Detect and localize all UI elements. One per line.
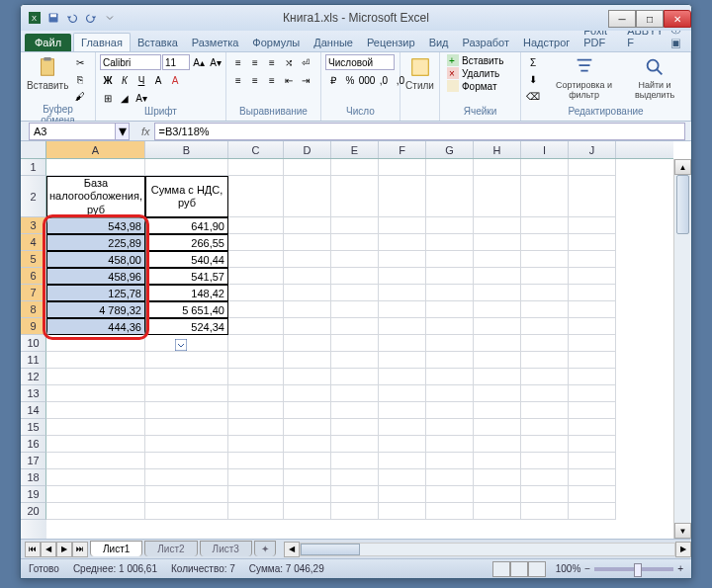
cell-J19[interactable]: [569, 486, 616, 503]
cell-H17[interactable]: [474, 453, 521, 469]
cell-J1[interactable]: [569, 159, 616, 176]
cell-F4[interactable]: [379, 234, 426, 251]
cell-G8[interactable]: [426, 301, 474, 318]
sheet-next-button[interactable]: ▶: [56, 542, 72, 557]
cell-D13[interactable]: [284, 385, 331, 402]
close-button[interactable]: ✕: [664, 10, 691, 28]
hscroll-left[interactable]: ◀: [284, 542, 300, 557]
cell-E13[interactable]: [331, 385, 379, 402]
cell-A9[interactable]: 444,36: [46, 318, 145, 335]
cell-F6[interactable]: [379, 268, 426, 285]
border-icon[interactable]: ⊞: [100, 90, 116, 106]
cell-H11[interactable]: [474, 352, 521, 369]
zoom-slider[interactable]: [594, 567, 673, 571]
cell-B8[interactable]: 5 651,40: [145, 301, 228, 318]
cell-I9[interactable]: [521, 318, 569, 335]
tab-layout[interactable]: Разметка: [185, 34, 246, 51]
cell-G2[interactable]: [426, 176, 474, 217]
cell-I10[interactable]: [521, 335, 569, 352]
cell-I3[interactable]: [521, 217, 569, 234]
col-header-G[interactable]: G: [426, 141, 474, 158]
cell-H4[interactable]: [474, 234, 521, 251]
paste-button[interactable]: Вставить: [25, 54, 70, 93]
cell-E20[interactable]: [331, 503, 379, 520]
cell-G4[interactable]: [426, 234, 474, 251]
cell-I15[interactable]: [521, 419, 569, 436]
cell-H12[interactable]: [474, 369, 521, 385]
autofill-options-icon[interactable]: [175, 337, 187, 349]
cell-G9[interactable]: [426, 318, 474, 335]
cell-D7[interactable]: [284, 285, 331, 301]
cell-I5[interactable]: [521, 251, 569, 268]
cell-J14[interactable]: [569, 402, 616, 419]
maximize-button[interactable]: □: [636, 10, 664, 28]
cell-A6[interactable]: 458,96: [46, 268, 145, 285]
cell-H8[interactable]: [474, 301, 521, 318]
cell-D16[interactable]: [284, 436, 331, 453]
cell-F10[interactable]: [379, 335, 426, 352]
cell-I18[interactable]: [521, 469, 569, 486]
zoom-out-button[interactable]: −: [584, 563, 590, 574]
indent-inc-icon[interactable]: ⇥: [298, 72, 313, 88]
cell-D17[interactable]: [284, 453, 331, 469]
row-header-3[interactable]: 3: [21, 217, 46, 234]
cell-B7[interactable]: 148,42: [145, 285, 228, 301]
cell-A4[interactable]: 225,89: [46, 234, 145, 251]
cell-J7[interactable]: [569, 285, 616, 301]
cell-G5[interactable]: [426, 251, 474, 268]
hscroll-right[interactable]: ▶: [675, 542, 691, 557]
styles-button[interactable]: Стили: [404, 54, 435, 93]
cell-E5[interactable]: [331, 251, 379, 268]
font-size-select[interactable]: [162, 54, 190, 70]
cell-J10[interactable]: [569, 335, 616, 352]
cell-G6[interactable]: [426, 268, 474, 285]
cell-A11[interactable]: [46, 352, 145, 369]
cell-D19[interactable]: [284, 486, 331, 503]
fill-icon[interactable]: ⬇: [525, 71, 541, 87]
cell-G12[interactable]: [426, 369, 474, 385]
tab-home[interactable]: Главная: [73, 33, 131, 51]
cell-J4[interactable]: [569, 234, 616, 251]
row-header-20[interactable]: 20: [21, 503, 46, 520]
cell-E4[interactable]: [331, 234, 379, 251]
align-right-icon[interactable]: ≡: [264, 72, 280, 88]
cell-D9[interactable]: [284, 318, 331, 335]
sort-filter-button[interactable]: Сортировка и фильтр: [547, 54, 621, 102]
cell-D8[interactable]: [284, 301, 331, 318]
percent-icon[interactable]: %: [342, 72, 358, 88]
copy-icon[interactable]: ⎘: [72, 71, 88, 87]
cell-J8[interactable]: [569, 301, 616, 318]
cell-F17[interactable]: [379, 453, 426, 469]
cell-G17[interactable]: [426, 453, 474, 469]
cell-J3[interactable]: [569, 217, 616, 234]
cell-F7[interactable]: [379, 285, 426, 301]
cell-D3[interactable]: [284, 217, 331, 234]
cell-B16[interactable]: [145, 436, 228, 453]
cell-C4[interactable]: [228, 234, 284, 251]
cell-H18[interactable]: [474, 469, 521, 486]
save-icon[interactable]: [45, 10, 61, 26]
cell-B12[interactable]: [145, 369, 228, 385]
cell-B6[interactable]: 541,57: [145, 268, 228, 285]
col-header-J[interactable]: J: [569, 141, 616, 158]
sheet-tab-1[interactable]: Лист1: [90, 541, 142, 556]
format-cells-button[interactable]: Формат: [444, 80, 516, 92]
sheet-tab-2[interactable]: Лист2: [144, 541, 197, 556]
cell-D14[interactable]: [284, 402, 331, 419]
cell-G10[interactable]: [426, 335, 474, 352]
cell-B17[interactable]: [145, 453, 228, 469]
tab-data[interactable]: Данные: [307, 34, 360, 51]
cell-F14[interactable]: [379, 402, 426, 419]
cell-I16[interactable]: [521, 436, 569, 453]
cell-I7[interactable]: [521, 285, 569, 301]
font-color-icon[interactable]: A: [150, 72, 166, 88]
cell-I12[interactable]: [521, 369, 569, 385]
name-box[interactable]: A3: [29, 123, 116, 140]
cell-C5[interactable]: [228, 251, 284, 268]
cell-F20[interactable]: [379, 503, 426, 520]
col-header-F[interactable]: F: [379, 141, 426, 158]
align-mid-icon[interactable]: ≡: [247, 54, 263, 70]
cell-B13[interactable]: [145, 385, 228, 402]
cell-D2[interactable]: [284, 176, 331, 217]
cell-C10[interactable]: [228, 335, 284, 352]
